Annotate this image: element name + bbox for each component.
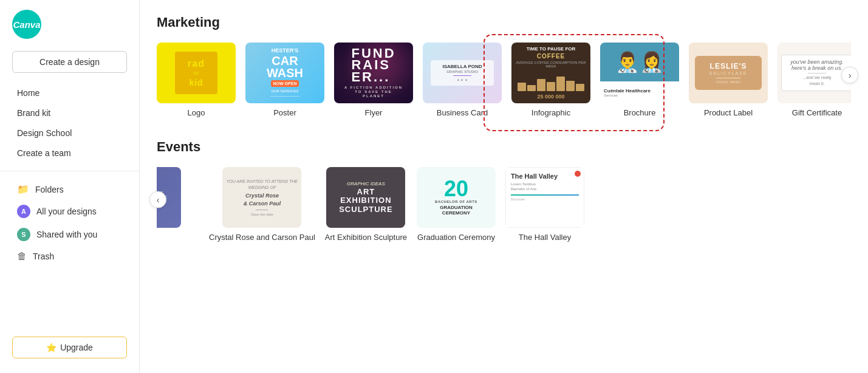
design-label-poster: Poster bbox=[273, 108, 296, 117]
design-label-graduation: Graduation Ceremony bbox=[417, 233, 495, 242]
marketing-carousel: › rad /// kid Logo bbox=[157, 43, 851, 117]
design-item-business-card[interactable]: ISABELLA POND GRAPHIC STUDIO ✦ ✦ ✦ Busin… bbox=[423, 43, 502, 117]
sidebar-item-trash[interactable]: 🗑 Trash bbox=[5, 247, 134, 266]
sidebar-item-create-team[interactable]: Create a team bbox=[5, 143, 134, 163]
events-carousel-prev-arrow[interactable]: ‹ bbox=[149, 191, 166, 208]
marketing-carousel-next-arrow[interactable]: › bbox=[841, 66, 858, 83]
star-icon: ⭐ bbox=[46, 343, 56, 352]
folder-icon: 📁 bbox=[17, 183, 29, 195]
design-label-flyer: Flyer bbox=[365, 108, 383, 117]
upgrade-button[interactable]: ⭐ Upgrade bbox=[12, 337, 127, 358]
design-thumb-crystal-rose: YOU ARE INVITED TO ATTEND THE WEDDING OF… bbox=[222, 167, 301, 228]
sidebar-item-shared-label: Shared with you bbox=[36, 230, 97, 239]
marketing-design-grid: rad /// kid Logo HESTER'S CARWASH NOW OP… bbox=[157, 43, 851, 117]
design-label-brochure: Brochure bbox=[624, 108, 656, 117]
design-label-product-label: Product Label bbox=[704, 108, 753, 117]
design-thumb-hall-valley: The Hall Valley Lorem TantibusBachelor o… bbox=[505, 167, 584, 228]
design-item-infographic[interactable]: TIME TO PAUSE FOR COFFEE AVERAGE COFFEE … bbox=[511, 43, 590, 117]
sidebar-divider bbox=[0, 171, 139, 171]
sidebar-item-folders[interactable]: 📁 Folders bbox=[5, 179, 134, 199]
sidebar-logo-area: Canva bbox=[0, 10, 139, 51]
design-label-business-card: Business Card bbox=[437, 108, 488, 117]
upgrade-label: Upgrade bbox=[60, 343, 93, 352]
design-label-gift-certificate: Gift Certificate bbox=[792, 108, 842, 117]
sidebar-item-brand-kit[interactable]: Brand kit bbox=[5, 103, 134, 123]
create-design-button[interactable]: Create a design bbox=[12, 51, 127, 73]
events-carousel: ‹ A SURPRISEPARTY FOR THEBITCH QUEENS YO… bbox=[157, 167, 851, 242]
shared-icon: S bbox=[17, 228, 30, 241]
events-design-grid: A SURPRISEPARTY FOR THEBITCH QUEENS YOU … bbox=[157, 167, 851, 242]
sidebar-item-design-school[interactable]: Design School bbox=[5, 123, 134, 143]
design-thumb-product-label: LESLIE'S SALICYLASE FACIAL WASH bbox=[689, 43, 768, 103]
marketing-title: Marketing bbox=[157, 15, 851, 30]
design-item-hall-valley[interactable]: The Hall Valley Lorem TantibusBachelor o… bbox=[505, 167, 584, 242]
design-thumb-brochure: 👨‍⚕️👩‍⚕️ Cuéntale Healthcare Services bbox=[600, 43, 679, 103]
design-item-gift-certificate[interactable]: you've been amazing. here's a break on u… bbox=[777, 43, 851, 117]
design-item-flyer[interactable]: FUNDRAISER... A FICTION ADDITIONTO SAVE … bbox=[334, 43, 413, 117]
notification-dot bbox=[575, 171, 581, 177]
design-thumb-gift-certificate: you've been amazing. here's a break on u… bbox=[777, 43, 851, 103]
sidebar-item-all-designs-label: All your designs bbox=[36, 207, 97, 216]
design-thumb-art-exhibition: GRAPHIC IDEAS ARTEXHIBITIONSCULPTURE bbox=[326, 167, 405, 228]
canva-logo[interactable]: Canva bbox=[12, 10, 41, 39]
sidebar-item-trash-label: Trash bbox=[33, 252, 54, 261]
design-thumb-graduation: 20 BACHELOR OF ARTS GRADUATIONCEREMONY bbox=[417, 167, 496, 228]
design-thumb-business-card: ISABELLA POND GRAPHIC STUDIO ✦ ✦ ✦ bbox=[423, 43, 502, 103]
design-item-logo[interactable]: rad /// kid Logo bbox=[157, 43, 236, 117]
design-item-poster[interactable]: HESTER'S CARWASH NOW OPEN OUR SERVICES——… bbox=[245, 43, 324, 117]
sidebar-spacer bbox=[0, 267, 139, 337]
design-thumb-infographic: TIME TO PAUSE FOR COFFEE AVERAGE COFFEE … bbox=[511, 43, 590, 103]
all-designs-icon: A bbox=[17, 205, 30, 218]
design-thumb-poster: HESTER'S CARWASH NOW OPEN OUR SERVICES——… bbox=[245, 43, 324, 103]
design-item-art-exhibition[interactable]: GRAPHIC IDEAS ARTEXHIBITIONSCULPTURE Art… bbox=[325, 167, 407, 242]
design-thumb-flyer: FUNDRAISER... A FICTION ADDITIONTO SAVE … bbox=[334, 43, 413, 103]
design-label-crystal-rose: Crystal Rose and Carson Paul bbox=[209, 233, 315, 242]
sidebar-item-all-designs[interactable]: A All your designs bbox=[5, 200, 134, 222]
design-label-infographic: Infographic bbox=[531, 108, 570, 117]
design-label-logo: Logo bbox=[188, 108, 205, 117]
design-item-graduation[interactable]: 20 BACHELOR OF ARTS GRADUATIONCEREMONY G… bbox=[417, 167, 496, 242]
main-content: Marketing › rad /// kid Logo bbox=[140, 0, 868, 373]
sidebar: Canva Create a design Home Brand kit Des… bbox=[0, 0, 140, 373]
design-thumb-logo: rad /// kid bbox=[157, 43, 236, 103]
trash-icon: 🗑 bbox=[17, 251, 27, 262]
sidebar-nav: Home Brand kit Design School Create a te… bbox=[0, 83, 139, 163]
design-label-art-exhibition: Art Exhibition Sculpture bbox=[325, 233, 407, 242]
design-item-product-label[interactable]: LESLIE'S SALICYLASE FACIAL WASH Product … bbox=[689, 43, 768, 117]
sidebar-item-shared-with-you[interactable]: S Shared with you bbox=[5, 224, 134, 245]
design-label-hall-valley: The Hall Valley bbox=[519, 233, 571, 242]
sidebar-item-folders-label: Folders bbox=[35, 185, 64, 194]
sidebar-item-home[interactable]: Home bbox=[5, 83, 134, 103]
design-item-crystal-rose[interactable]: YOU ARE INVITED TO ATTEND THE WEDDING OF… bbox=[209, 167, 315, 242]
events-title: Events bbox=[157, 139, 851, 155]
design-item-brochure[interactable]: 👨‍⚕️👩‍⚕️ Cuéntale Healthcare Services Br… bbox=[600, 43, 679, 117]
